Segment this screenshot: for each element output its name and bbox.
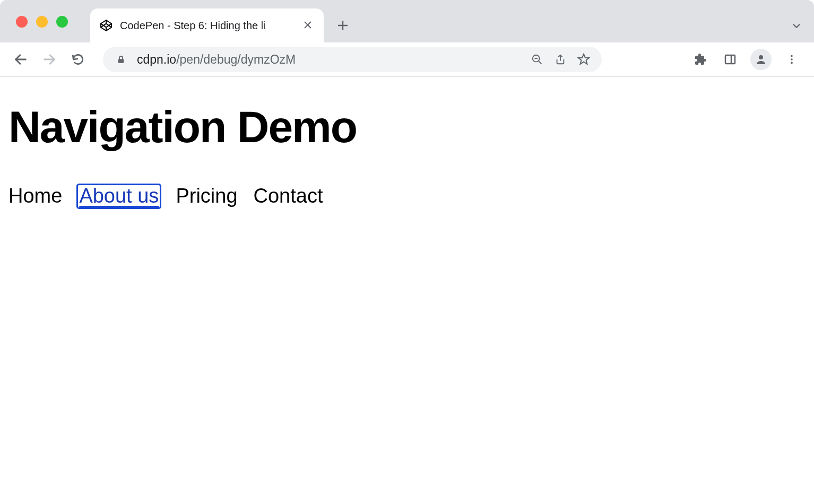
reload-button[interactable] — [67, 48, 89, 71]
new-tab-button[interactable] — [330, 13, 356, 38]
svg-rect-14 — [725, 55, 735, 64]
svg-point-18 — [791, 58, 793, 60]
kebab-menu-icon[interactable] — [782, 50, 801, 69]
svg-rect-9 — [118, 59, 124, 63]
browser-tab-strip: CodePen - Step 6: Hiding the li — [0, 0, 814, 42]
svg-line-11 — [539, 61, 542, 64]
forward-button[interactable] — [38, 48, 60, 71]
lock-icon — [114, 52, 128, 67]
window-close-button[interactable] — [16, 16, 28, 28]
profile-avatar[interactable] — [750, 49, 772, 70]
url-path: /pen/debug/dymzOzM — [176, 53, 296, 66]
address-url: cdpn.io/pen/debug/dymzOzM — [137, 53, 521, 67]
tab-title: CodePen - Step 6: Hiding the li — [120, 20, 294, 32]
url-host: cdpn.io — [137, 53, 176, 66]
svg-point-16 — [759, 55, 763, 59]
bookmark-star-icon[interactable] — [576, 52, 591, 67]
browser-toolbar: cdpn.io/pen/debug/dymzOzM — [0, 42, 814, 77]
tab-close-button[interactable] — [301, 19, 314, 32]
window-maximize-button[interactable] — [56, 16, 68, 28]
address-bar[interactable]: cdpn.io/pen/debug/dymzOzM — [103, 47, 602, 72]
window-minimize-button[interactable] — [36, 16, 48, 28]
side-panel-icon[interactable] — [721, 50, 740, 69]
nav-link-contact[interactable]: Contact — [254, 185, 323, 207]
svg-point-19 — [791, 62, 793, 64]
page-heading: Navigation Demo — [0, 77, 814, 151]
page-viewport: Navigation Demo Home About us Pricing Co… — [0, 77, 814, 207]
nav-link-pricing[interactable]: Pricing — [176, 185, 237, 207]
nav-link-home[interactable]: Home — [8, 185, 62, 207]
browser-tab[interactable]: CodePen - Step 6: Hiding the li — [90, 8, 324, 42]
page-nav: Home About us Pricing Contact — [0, 151, 814, 207]
svg-point-17 — [791, 55, 793, 57]
zoom-out-icon[interactable] — [530, 52, 544, 67]
extensions-icon[interactable] — [691, 50, 710, 69]
tabs-dropdown-icon[interactable] — [791, 20, 802, 34]
codepen-icon — [100, 19, 112, 32]
back-button[interactable] — [10, 48, 32, 71]
nav-link-about-us[interactable]: About us — [78, 185, 160, 207]
toolbar-right — [691, 49, 804, 70]
window-controls — [16, 16, 68, 28]
share-icon[interactable] — [553, 52, 568, 67]
svg-marker-13 — [578, 54, 589, 64]
